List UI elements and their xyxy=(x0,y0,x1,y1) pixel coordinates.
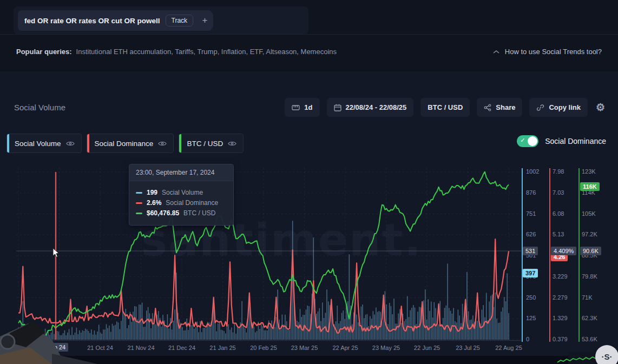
axis-tick: 1002 xyxy=(526,168,539,175)
x-axis-label: 21 Dec 24 xyxy=(168,345,195,351)
legend-chip-social-volume[interactable]: Social Volume xyxy=(6,134,82,153)
help-link-row[interactable]: How to use Social Trends tool? xyxy=(493,48,602,56)
help-link[interactable]: How to use Social Trends tool? xyxy=(505,48,602,56)
dominance-axis-line xyxy=(549,168,550,342)
last-volume-badge: 397 xyxy=(523,269,538,277)
axis-tick: 125 xyxy=(526,315,536,321)
toggle-knob xyxy=(528,136,537,146)
axis-tick: 123K xyxy=(582,168,596,175)
add-query-button[interactable]: + xyxy=(196,12,213,29)
axis-tick: 71K xyxy=(582,294,593,301)
crosshair-date-badge: 17 Sep 24 xyxy=(36,343,68,352)
x-axis-label: 22 Jun 25 xyxy=(414,345,440,351)
x-axis-label: 21 Aug xyxy=(9,345,28,351)
axis-tick: 250 xyxy=(526,294,536,301)
eye-icon[interactable] xyxy=(66,141,75,147)
axis-tick: 53.6K xyxy=(582,336,597,342)
chevron-up-icon xyxy=(493,50,499,54)
axis-tick: 0.379 xyxy=(553,336,568,342)
x-axis-label: 21 Nov 24 xyxy=(127,345,154,351)
axis-tick: 3.229 xyxy=(553,273,568,280)
axis-tick: 2.279 xyxy=(553,294,568,301)
popular-queries-label: Popular queries: xyxy=(16,48,72,56)
social-dominance-toggle[interactable]: ✓ xyxy=(517,135,538,147)
divider xyxy=(0,34,618,35)
track-button[interactable]: Track xyxy=(166,15,194,27)
crosshair-dominance-badge: 4.409% xyxy=(551,247,576,255)
price-axis-line xyxy=(578,168,580,342)
copy-link-button[interactable]: Copy link xyxy=(529,98,588,117)
legend-label: BTC / USD xyxy=(187,140,223,148)
axis-tick: 751 xyxy=(526,210,536,217)
interval-button[interactable]: 1d xyxy=(285,98,319,117)
tooltip-value: 2.6% xyxy=(147,199,161,207)
x-axis-label: 21 Jan 25 xyxy=(209,345,235,351)
legend-color-bar xyxy=(87,134,89,153)
legend-row: Social Volume Social Dominance BTC / USD xyxy=(6,134,244,153)
search-query-pill[interactable]: fed OR rate OR rates OR cut OR powell Tr… xyxy=(18,10,212,31)
bottom-strip xyxy=(0,356,618,364)
dominance-toggle-row: ✓ Social Dominance xyxy=(517,135,606,147)
axis-tick: 0 xyxy=(526,336,529,342)
legend-chip-btc-usd[interactable]: BTC / USD xyxy=(179,134,244,153)
axis-tick: 6.08 xyxy=(553,210,564,217)
eye-icon[interactable] xyxy=(158,141,167,147)
search-query-text: fed OR rate OR rates OR cut OR powell xyxy=(24,17,160,25)
copy-link-label: Copy link xyxy=(549,103,581,111)
tooltip-row-social-volume: 199 Social Volume xyxy=(136,189,227,196)
date-range-button[interactable]: 22/08/24 - 22/08/25 xyxy=(327,98,414,117)
axis-tick: 62.3K xyxy=(582,315,597,321)
tooltip-value: 199 xyxy=(147,189,157,196)
axis-tick: 1.329 xyxy=(553,315,568,321)
asset-button[interactable]: BTC / USD xyxy=(420,98,470,117)
axis-tick: 5.13 xyxy=(553,231,564,237)
interval-value: 1d xyxy=(304,103,312,111)
last-price-badge: 116K xyxy=(580,182,600,191)
link-icon xyxy=(536,104,544,111)
axis-tick: 97.2K xyxy=(582,231,597,237)
x-axis-label: 23 Mar 25 xyxy=(291,345,318,351)
toggle-label: Social Dominance xyxy=(545,137,606,145)
tooltip-label: BTC / USD xyxy=(183,209,215,217)
legend-color-bar xyxy=(179,134,181,153)
settings-gear-icon[interactable]: ⚙ xyxy=(595,98,606,117)
x-axis-label: 22 Apr 25 xyxy=(332,345,358,351)
legend-label: Social Dominance xyxy=(95,140,154,148)
series-dash-icon xyxy=(136,213,142,214)
axis-tick: 79.8K xyxy=(582,273,597,280)
tooltip-label: Social Volume xyxy=(162,189,203,196)
axis-tick: 626 xyxy=(526,231,536,237)
series-dash-icon xyxy=(136,192,142,194)
axis-tick: 105K xyxy=(582,210,596,217)
axis-tick: 7.03 xyxy=(553,189,564,196)
x-axis-label: 22 Aug 25 xyxy=(495,345,522,351)
x-axis-label: 20 Feb 25 xyxy=(250,345,277,351)
eye-icon[interactable] xyxy=(228,141,236,147)
date-range-value: 22/08/24 - 22/08/25 xyxy=(346,103,407,111)
share-button[interactable]: Share xyxy=(477,98,522,117)
tooltip-timestamp: 23:00, September 17, 2024 xyxy=(129,164,233,181)
tooltip-row-btc-usd: $60,476.85 BTC / USD xyxy=(136,209,227,217)
share-icon xyxy=(484,104,491,111)
asset-value: BTC / USD xyxy=(428,103,463,111)
legend-label: Social Volume xyxy=(15,140,61,148)
crosshair-volume-badge: 531 xyxy=(523,247,538,255)
chart-toolbar: 1d 22/08/24 - 22/08/25 BTC / USD Share C… xyxy=(285,98,606,117)
legend-chip-social-dominance[interactable]: Social Dominance xyxy=(87,134,174,153)
popular-queries-list[interactable]: Institutional ETH accumulation, Tariffs,… xyxy=(76,48,337,56)
tooltip-label: Social Dominance xyxy=(166,199,218,207)
popular-queries: Popular queries:Institutional ETH accumu… xyxy=(16,48,337,56)
x-axis-label: 21 Oct 24 xyxy=(87,345,113,351)
check-icon: ✓ xyxy=(520,137,525,144)
x-axis-label: 23 May 25 xyxy=(372,345,400,351)
crosshair-price-badge: 90.6K xyxy=(580,247,601,255)
axis-tick: 876 xyxy=(526,189,536,196)
series-dash-icon xyxy=(136,202,142,204)
santiment-logo-button[interactable]: ·S· xyxy=(595,345,618,364)
x-axis-label: 23 Jul 25 xyxy=(456,345,480,351)
axis-tick: 7.98 xyxy=(553,168,564,175)
share-label: Share xyxy=(496,103,515,111)
chart-plot-area[interactable] xyxy=(16,162,521,343)
calendar-icon xyxy=(334,104,341,111)
x-axis-line xyxy=(16,340,521,341)
